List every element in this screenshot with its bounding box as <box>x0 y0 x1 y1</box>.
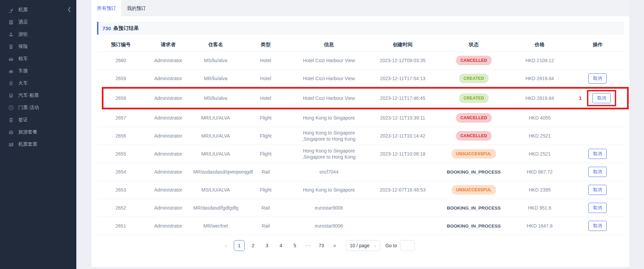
sidebar-item-9[interactable]: 门票·活动 <box>0 102 76 114</box>
info-cell: Hong Kong to Singapore <box>292 184 366 195</box>
booking-id-cell: 2651 <box>97 220 145 231</box>
created-time-cell: 2023-12-07T16:48:53 <box>366 184 439 195</box>
column-header: 预订编号 <box>97 41 145 48</box>
sidebar-item-label: 汽车·船票 <box>18 92 39 98</box>
price-cell: HKD 2109.12 <box>508 55 571 66</box>
price-cell: HKD 2395 <box>508 184 571 195</box>
booking-id-cell: 2655 <box>97 148 145 159</box>
sidebar-item-2[interactable]: 酒店 <box>0 16 76 28</box>
sidebar-item-label: 火车 <box>18 80 28 86</box>
guest-name-cell: MR/asdasdasd/qweqweqgdf <box>192 166 240 177</box>
status-cell: BOOKING_IN_PROCESS <box>439 202 508 214</box>
page-button-73[interactable]: 73 <box>316 240 327 251</box>
cancel-button[interactable]: 取消 <box>588 73 607 84</box>
action-cell: 1取消 <box>571 88 624 109</box>
booking-id-cell: 2652 <box>97 202 145 213</box>
page-button-1[interactable]: 1 <box>234 240 245 251</box>
ellipsis-pages-icon[interactable]: ••• <box>303 244 313 248</box>
sidebar-item-7[interactable]: 火车 <box>0 77 76 89</box>
booking-id-cell: 2653 <box>97 184 145 195</box>
info-text: Hotel Cozi Harbour View <box>303 76 355 81</box>
sidebar-item-10[interactable]: 签证 <box>0 114 76 126</box>
price-cell: HKD 2521 <box>508 130 571 141</box>
car-rental-icon <box>8 56 14 62</box>
info-text: eurostar9008 <box>315 223 343 229</box>
cancel-button[interactable]: 取消 <box>588 221 607 231</box>
travel-package-icon <box>8 129 14 135</box>
sidebar-item-6[interactable]: 车接 <box>0 65 76 77</box>
chevron-down-icon: ∨ <box>374 244 376 248</box>
cancel-button[interactable]: 取消 <box>588 167 607 177</box>
sidebar-item-label: 保险 <box>18 43 28 50</box>
sidebar-item-label: 旅游套餐 <box>18 129 37 135</box>
guest-name-cell: MR/LIU/ALVA <box>192 148 240 159</box>
cancel-button[interactable]: 取消 <box>588 203 607 213</box>
sidebar-item-4[interactable]: 保险 <box>0 40 76 53</box>
sidebar-item-5[interactable]: 租车 <box>0 53 76 65</box>
page-button-2[interactable]: 2 <box>248 240 259 251</box>
sidebar-item-label: 游轮 <box>18 31 28 37</box>
status-badge: CANCELLED <box>456 56 492 65</box>
info-text: Hotel Cozi Harbour View <box>303 95 355 101</box>
page-button-3[interactable]: 3 <box>262 240 272 251</box>
guest-name-cell: MS/liu/alva <box>192 93 240 104</box>
table-row: 2658AdministratorMS/liu/alvaHotelHotel C… <box>97 88 624 109</box>
action-cell <box>571 58 624 63</box>
status-badge: CREATED <box>459 74 489 83</box>
type-cell: Flight <box>239 112 292 123</box>
sidebar-item-3[interactable]: 游轮 <box>0 28 76 40</box>
plane-icon <box>8 7 14 13</box>
page-button-4[interactable]: 4 <box>276 240 286 251</box>
chevron-left-icon[interactable]: ❮ <box>68 6 71 12</box>
tab-all-bookings[interactable]: 所有预订 <box>92 0 121 16</box>
column-header: 住客名 <box>192 41 240 48</box>
cancel-button[interactable]: 取消 <box>588 185 607 195</box>
info-text: Hong Kong to Singapore <box>303 187 355 193</box>
info-text: eurostar9008 <box>315 205 343 211</box>
booking-id-cell: 2654 <box>97 166 145 177</box>
info-cell: Hong Kong to Singapore <box>292 112 366 123</box>
status-badge: CANCELLED <box>456 113 492 123</box>
guest-name-cell: MR/dasdasd/fgdfgdfg <box>192 202 240 213</box>
price-cell: HKD 951.6 <box>508 202 571 213</box>
status-badge: CREATED <box>459 93 489 103</box>
requester-cell: Administrator <box>145 73 192 84</box>
created-time-cell <box>366 205 439 210</box>
goto-label: Go to <box>385 243 397 248</box>
sidebar-item-label: 机票 <box>18 7 28 13</box>
price-cell: HKD 2819.84 <box>508 73 571 84</box>
info-line: Hong Kong to Singapore <box>293 148 364 154</box>
type-cell: Flight <box>239 184 292 195</box>
table-row: 2657AdministratorMR/LIU/ALVAFlightHong K… <box>97 109 624 127</box>
table-row: 2660AdministratorMS/liu/alvaHotelHotel C… <box>97 52 624 70</box>
requester-cell: Administrator <box>145 112 192 123</box>
sidebar-item-11[interactable]: 旅游套餐 <box>0 126 76 138</box>
cancel-button[interactable]: 取消 <box>588 149 607 159</box>
type-cell: Hotel <box>239 93 292 104</box>
action-cell: 取消 <box>571 164 624 179</box>
goto-page-input[interactable] <box>400 240 415 251</box>
sidebar-item-8[interactable]: 汽车·船票 <box>0 89 76 102</box>
table-row: 2653AdministratorMS/LIU/ALVAFlightHong K… <box>97 181 624 199</box>
next-page-arrow[interactable]: > <box>330 243 339 248</box>
highlight-box-button: 取消 <box>587 90 616 106</box>
booking-id-cell: 2660 <box>97 55 145 66</box>
created-time-cell: 2023-12-11T17:54:13 <box>366 73 439 84</box>
hotel-icon <box>8 19 14 25</box>
page-button-5[interactable]: 5 <box>289 240 300 251</box>
cancel-button[interactable]: 取消 <box>592 93 611 103</box>
action-cell <box>571 115 624 120</box>
sidebar-nav: 机票酒店游轮保险租车车接火车汽车·船票门票·活动签证旅游套餐机票套票 <box>0 4 76 150</box>
requester-cell: Administrator <box>145 166 192 177</box>
type-cell: Flight <box>239 148 292 159</box>
info-cell: Hotel Cozi Harbour View <box>292 55 366 66</box>
tab-my-bookings[interactable]: 我的预订 <box>121 0 151 16</box>
page-size-select[interactable]: 10 / page∨ <box>346 240 380 251</box>
price-cell: HKD 867.72 <box>508 166 571 177</box>
sidebar-item-label: 签证 <box>18 117 28 123</box>
prev-page-arrow[interactable]: < <box>221 243 231 248</box>
sidebar-item-1[interactable]: 机票 <box>0 4 76 16</box>
status-cell: UNSUCCESSFUL <box>439 183 508 197</box>
page-size-value: 10 / page <box>350 243 370 248</box>
sidebar-item-12[interactable]: 机票套票 <box>0 138 76 150</box>
